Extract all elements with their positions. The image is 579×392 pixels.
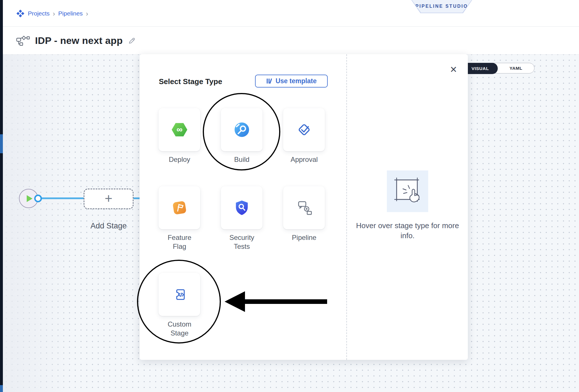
custom-stage-code-icon (171, 286, 188, 303)
click-stage-sketch-icon (387, 170, 428, 212)
template-library-icon (266, 78, 273, 84)
stage-label-feature-flag: Feature Flag (161, 233, 198, 251)
add-stage-label: Add Stage (77, 222, 140, 230)
connector-port-icon[interactable] (34, 195, 42, 202)
hover-info-text: Hover over stage type for more info. (355, 221, 460, 241)
breadcrumb-pipelines-link[interactable]: Pipelines (58, 10, 83, 17)
hover-info-illustration (387, 170, 428, 212)
left-rail-bottom-segment (0, 385, 3, 392)
modal-title: Select Stage Type (159, 77, 222, 86)
pipeline-graph-icon (295, 199, 313, 217)
pipeline-graph-icon (16, 36, 30, 46)
flow-connector-line (40, 197, 84, 199)
left-rail (0, 0, 3, 392)
toggle-yaml-option[interactable]: YAML (498, 63, 534, 73)
close-icon[interactable]: ✕ (448, 64, 459, 75)
harness-logo-icon (16, 9, 25, 18)
chevron-right-icon: › (86, 10, 88, 17)
left-rail-active-segment (0, 134, 3, 153)
feature-flag-icon (171, 199, 188, 217)
use-template-button[interactable]: Use template (255, 75, 328, 88)
pipeline-studio-badge-label: PIPELINE STUDIO (411, 0, 472, 13)
stage-card-deploy[interactable]: ∞ (159, 108, 200, 151)
plus-icon: + (105, 192, 113, 205)
top-navigation-bar: Projects › Pipelines › PIPELINE STUDIO (0, 0, 579, 27)
toggle-visual-option[interactable]: VISUAL (463, 63, 498, 74)
edit-pencil-icon[interactable] (128, 37, 136, 45)
stage-label-pipeline: Pipeline (285, 233, 323, 242)
approval-diamond-check-icon (295, 121, 313, 139)
stage-label-security-tests: Security Tests (223, 233, 260, 251)
modal-section-divider (346, 54, 347, 360)
stage-card-approval[interactable] (283, 108, 325, 151)
deploy-hexagon-infinity-icon: ∞ (171, 121, 188, 139)
stage-card-build[interactable] (221, 108, 263, 151)
stage-label-custom-stage: Custom Stage (161, 320, 198, 337)
security-shield-scan-icon (233, 199, 250, 217)
stage-label-build: Build (223, 155, 260, 164)
stage-card-pipeline[interactable] (283, 186, 325, 229)
build-ci-circle-icon (233, 121, 251, 139)
pipeline-title-bar: IDP - new next app VISUAL YAML (0, 27, 579, 55)
stage-card-security-tests[interactable] (221, 186, 263, 229)
stage-label-approval: Approval (285, 155, 323, 164)
stage-card-custom-stage[interactable] (159, 273, 200, 316)
stage-label-deploy: Deploy (161, 155, 198, 164)
svg-text:∞: ∞ (176, 125, 182, 134)
play-icon (27, 195, 32, 202)
pipeline-studio-page: + Add Stage Projects › Pipelines › PIPEL… (0, 0, 579, 392)
chevron-right-icon: › (53, 10, 55, 17)
add-stage-button[interactable]: + (84, 189, 134, 209)
stage-card-feature-flag[interactable] (159, 186, 200, 229)
visual-yaml-toggle[interactable]: VISUAL YAML (463, 63, 534, 73)
pipeline-studio-badge: PIPELINE STUDIO (411, 0, 472, 13)
breadcrumb: Projects › Pipelines › (16, 0, 88, 27)
select-stage-type-modal: ✕ Select Stage Type Use template ∞ Deplo… (140, 54, 468, 360)
use-template-label: Use template (275, 77, 316, 85)
breadcrumb-projects-link[interactable]: Projects (28, 10, 50, 17)
page-title: IDP - new next app (35, 35, 123, 46)
